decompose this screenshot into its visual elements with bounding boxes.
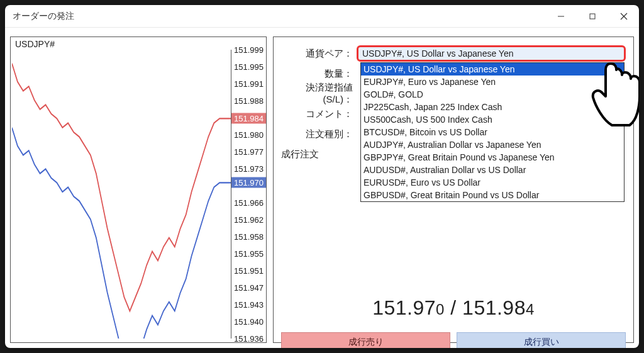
ytick: 151.980 [234,130,264,140]
ytick: 151.943 [234,300,264,310]
ytick: 151.999 [234,45,264,55]
market-sell-button[interactable]: 成行売り [281,332,450,348]
ytick: 151.940 [234,317,264,327]
chart-symbol-label: USDJPY# [14,39,56,49]
chart-y-axis: 151.984 151.970 151.999151.995151.991151… [231,50,266,339]
dropdown-option[interactable]: AUDUSD#, Australian Dollar vs US Dollar [361,164,624,176]
ytick: 151.947 [234,283,264,293]
order-window: オーダーの発注 USDJPY# 151.984 [5,5,639,348]
minimize-button[interactable] [553,9,569,24]
dropdown-option[interactable]: EURUSD#, Euro vs US Dollar [361,176,624,189]
bid-price-badge: 151.970 [231,177,266,188]
bid-price-main: 151.97 [372,296,436,319]
dropdown-option[interactable]: EURJPY#, Euro vs Japanese Yen [361,76,624,88]
titlebar: オーダーの発注 [5,5,639,28]
dropdown-option[interactable]: GBPUSD#, Great Britain Pound vs US Dolla… [361,189,624,201]
dropdown-option[interactable]: GOLD#, GOLD [361,88,624,101]
ytick: 151.958 [234,232,264,241]
content-area: USDJPY# 151.984 151.970 151.999151.99515… [5,28,639,348]
pair-label: 通貨ペア： [281,48,357,60]
dropdown-option[interactable]: AUDJPY#, Australian Dollar vs Japanese Y… [361,138,624,151]
bid-price-sub: 0 [436,301,445,318]
ytick: 151.977 [234,147,264,157]
chart-panel: USDJPY# 151.984 151.970 151.999151.99515… [10,36,267,343]
currency-pair-dropdown[interactable]: USDJPY#, US Dollar vs Japanese YenEURJPY… [360,62,625,202]
close-button[interactable] [616,9,631,24]
ytick: 151.973 [234,164,264,174]
order-form-panel: 通貨ペア： USDJPY#, US Dollar vs Japanese Yen… [273,36,634,343]
price-separator: / [445,296,462,319]
form-rows: 通貨ペア： USDJPY#, US Dollar vs Japanese Yen… [281,43,626,164]
market-buy-button[interactable]: 成行買い [457,332,626,348]
ytick: 151.995 [234,62,264,72]
volume-label: 数量： [281,68,357,80]
dropdown-option[interactable]: JP225Cash, Japan 225 Index Cash [361,101,624,113]
ytick: 151.936 [234,334,264,344]
ytick: 151.988 [234,96,264,106]
ytick: 151.962 [234,215,264,225]
dropdown-option[interactable]: US500Cash, US 500 Index Cash [361,113,624,126]
ytick: 151.991 [234,79,264,89]
price-chart[interactable] [12,50,231,339]
ask-price-sub: 4 [526,301,535,318]
ask-price-main: 151.98 [462,296,526,319]
currency-pair-combo[interactable]: USDJPY#, US Dollar vs Japanese Yen [357,45,626,62]
comment-label: コメント： [281,108,357,120]
dropdown-option[interactable]: GBPJPY#, Great Britain Pound vs Japanese… [361,151,624,164]
maximize-button[interactable] [585,9,600,24]
ytick: 151.966 [234,198,264,208]
bid-ask-prices: 151.970 / 151.984 [281,296,626,320]
ask-price-badge: 151.984 [231,113,266,124]
pair-row: 通貨ペア： USDJPY#, US Dollar vs Japanese Yen [281,43,626,64]
window-title: オーダーの発注 [13,11,553,22]
sl-label: 決済逆指値(S/L)： [281,82,357,106]
dropdown-option[interactable]: USDJPY#, US Dollar vs Japanese Yen [361,63,624,76]
type-label: 注文種別： [281,128,357,140]
ytick: 151.955 [234,249,264,259]
trade-buttons: 成行売り 成行買い [281,332,626,348]
svg-rect-1 [590,14,595,19]
dropdown-option[interactable]: BTCUSD#, Bitcoin vs US Dollar [361,126,624,138]
market-order-label: 成行注文 [281,148,357,160]
window-controls [553,9,631,24]
ytick: 151.951 [234,266,264,276]
